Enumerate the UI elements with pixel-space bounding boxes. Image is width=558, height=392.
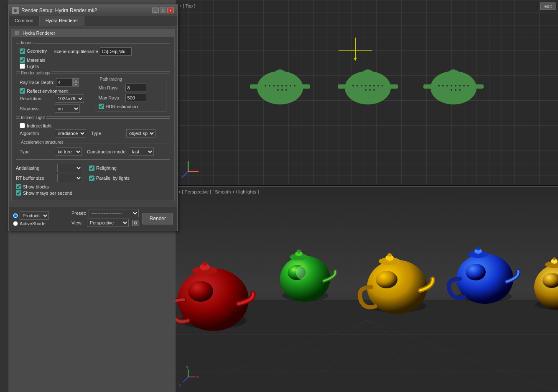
minimize-button[interactable]: _ [152, 8, 159, 13]
svg-text:Y: Y [186, 365, 189, 369]
raytrace-input[interactable] [56, 78, 73, 87]
resolution-select[interactable]: 1024x768 800x600 1280x720 1920x1080 [55, 94, 84, 103]
dialog-title: Render Setup: Hydra Render mk2 [21, 8, 97, 13]
accel-type-label: Type [20, 149, 53, 154]
svg-rect-5 [302, 84, 310, 89]
import-label: Import [20, 41, 34, 45]
svg-point-88 [466, 264, 486, 280]
min-rays-label: Min Rays [99, 85, 124, 90]
svg-point-32 [365, 85, 367, 87]
hdr-label: HDR estimation [106, 104, 138, 109]
show-mrays-checkbox[interactable] [16, 190, 21, 196]
svg-point-50 [451, 85, 452, 87]
antialiasing-label: Antialiasing [16, 165, 56, 171]
svg-point-17 [265, 85, 266, 87]
indirect-light-label: Indirect Light [20, 115, 46, 120]
indirect-light-checkbox-row: Indirect light [20, 123, 166, 128]
relighting-checkbox[interactable] [89, 165, 94, 171]
indirect-type-select[interactable]: object sp screen sp [126, 129, 155, 137]
render-scene-svg: X Y Z [176, 187, 558, 392]
rt-buffer-label: RT buffer size [16, 176, 56, 181]
production-radio[interactable] [13, 213, 18, 218]
show-blocks-checkbox[interactable] [16, 184, 21, 189]
construction-select[interactable]: fast optimal high quality [129, 148, 154, 156]
import-group: Import Geometry Scene dump filename Mate… [16, 43, 170, 72]
svg-point-48 [446, 85, 448, 87]
preset-label: Preset: [71, 211, 86, 216]
view-options-btn[interactable]: ⚙ [132, 220, 139, 226]
production-select[interactable]: Production [20, 211, 49, 220]
svg-point-78 [297, 249, 301, 253]
viewport-bottom-label: + [ Perspective ] [ Smooth + Highlights … [178, 189, 259, 194]
svg-point-74 [280, 256, 330, 302]
lights-checkbox[interactable] [20, 64, 25, 69]
reflect-env-row: Reflect environment [20, 88, 92, 94]
relighting-row: Relighting [89, 165, 117, 171]
construction-label: Construction mode [87, 149, 125, 154]
svg-point-22 [364, 69, 371, 74]
accel-type-select[interactable]: kd tree bvh embree [55, 148, 82, 156]
svg-point-9 [277, 89, 279, 91]
materials-checkbox[interactable] [20, 57, 25, 63]
parallel-lights-row: Parallel by lights [89, 176, 130, 181]
shadows-select[interactable]: on off [55, 104, 80, 113]
raytrace-label: RayTrace Depth: [20, 80, 54, 85]
svg-point-69 [188, 281, 213, 302]
section-title: Hydra Renderer [23, 31, 55, 36]
path-tracing-group: Path tracing Min Rays Max Rays [95, 80, 167, 112]
close-button[interactable]: × [167, 8, 174, 13]
raytrace-up-btn[interactable]: ▲ [73, 78, 79, 82]
svg-point-25 [373, 85, 375, 87]
svg-point-43 [459, 85, 461, 87]
svg-point-35 [352, 85, 354, 87]
raytrace-down-btn[interactable]: ▼ [73, 82, 79, 87]
svg-point-40 [450, 69, 457, 74]
render-settings-left: RayTrace Depth: ▲ ▼ [20, 78, 92, 115]
shadows-label: Shadows [20, 106, 53, 111]
svg-point-13 [269, 85, 270, 87]
svg-point-49 [442, 85, 444, 87]
rt-buffer-select[interactable] [57, 174, 82, 182]
restore-button[interactable]: □ [160, 8, 166, 13]
window-controls: _ □ × [152, 8, 174, 13]
scene-dump-label: Scene dump filename [54, 49, 98, 54]
algorithm-label: Algorithm [20, 131, 53, 136]
tab-hydra-renderer[interactable]: Hydra Renderer [40, 16, 84, 26]
geometry-checkbox[interactable] [20, 48, 25, 54]
svg-point-79 [296, 266, 306, 279]
algorithm-select[interactable]: irradiance path tracing [55, 129, 86, 137]
parallel-lights-checkbox[interactable] [89, 176, 94, 181]
svg-point-44 [463, 85, 465, 87]
view-select[interactable]: Perspective [87, 219, 129, 227]
section-collapse-btn[interactable]: - [15, 31, 19, 35]
raytrace-spinner: ▲ ▼ [56, 78, 79, 87]
max-rays-label: Max Rays [99, 95, 124, 100]
preset-select[interactable]: -------------------- [89, 209, 139, 217]
svg-rect-24 [338, 84, 346, 89]
left-strip [0, 0, 8, 392]
svg-point-97 [553, 257, 556, 260]
section-panel: - Hydra Renderer Import Geometry Scene d… [11, 29, 175, 201]
hdr-row: HDR estimation [99, 104, 163, 109]
viewport-top: + [ Top ] edit [176, 0, 558, 186]
materials-label: Materials [27, 58, 46, 63]
show-mrays-row: Show mrays per second [16, 190, 170, 196]
acceleration-group: Acceleration structures Type kd tree bvh… [16, 143, 170, 160]
top-grid: + [ Top ] edit [176, 0, 558, 185]
render-button[interactable]: Render [143, 213, 173, 224]
accel-row: Type kd tree bvh embree Construction mod… [20, 148, 166, 156]
min-rays-input[interactable] [125, 84, 146, 92]
hdr-checkbox[interactable] [99, 104, 104, 109]
scene-dump-input[interactable] [100, 47, 132, 56]
max-rays-input[interactable] [125, 94, 146, 102]
dialog-footer: Production ActiveShade Preset: ---------… [9, 206, 177, 231]
svg-text:X: X [196, 375, 199, 379]
reflect-env-checkbox[interactable] [20, 88, 25, 94]
antialiasing-select[interactable] [57, 164, 82, 172]
indirect-light-checkbox[interactable] [20, 123, 25, 128]
tab-common[interactable]: Common [9, 16, 40, 26]
view-label: View: [71, 220, 83, 225]
activeshade-radio[interactable] [13, 221, 18, 226]
svg-point-91 [476, 247, 480, 250]
svg-point-7 [285, 85, 287, 87]
